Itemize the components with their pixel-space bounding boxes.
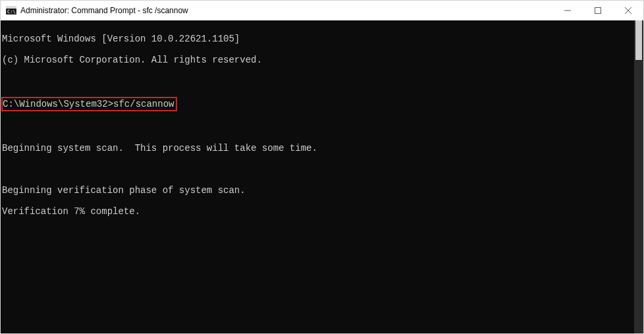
terminal-output-line: (c) Microsoft Corporation. All rights re… xyxy=(2,55,633,65)
window-title: Administrator: Command Prompt - sfc /sca… xyxy=(20,6,552,15)
terminal-output-line xyxy=(2,76,633,86)
vertical-scrollbar[interactable] xyxy=(634,20,643,333)
svg-rect-4 xyxy=(595,8,601,14)
terminal-output-line: Beginning verification phase of system s… xyxy=(2,185,633,196)
terminal-output-line: Microsoft Windows [Version 10.0.22621.11… xyxy=(2,34,633,44)
terminal-output-line xyxy=(2,122,633,132)
terminal-content[interactable]: Microsoft Windows [Version 10.0.22621.11… xyxy=(1,20,634,333)
minimize-button[interactable] xyxy=(552,1,583,20)
terminal-prompt-line: C:\Windows\System32>sfc/scannow xyxy=(2,97,633,111)
command-prompt-window: C:\ Administrator: Command Prompt - sfc … xyxy=(0,0,644,334)
close-button[interactable] xyxy=(613,1,643,20)
titlebar[interactable]: C:\ Administrator: Command Prompt - sfc … xyxy=(1,1,643,20)
terminal-output-line: Verification 7% complete. xyxy=(2,206,633,217)
terminal-output-line: Beginning system scan. This process will… xyxy=(2,143,633,153)
maximize-button[interactable] xyxy=(583,1,613,20)
terminal-output-line xyxy=(2,164,633,175)
terminal-area[interactable]: Microsoft Windows [Version 10.0.22621.11… xyxy=(1,20,643,333)
highlighted-command: C:\Windows\System32>sfc/scannow xyxy=(1,97,177,111)
scrollbar-thumb[interactable] xyxy=(635,20,642,60)
svg-text:C:\: C:\ xyxy=(7,9,16,14)
window-controls xyxy=(552,1,643,20)
cmd-icon: C:\ xyxy=(6,5,16,16)
svg-rect-1 xyxy=(6,7,16,9)
